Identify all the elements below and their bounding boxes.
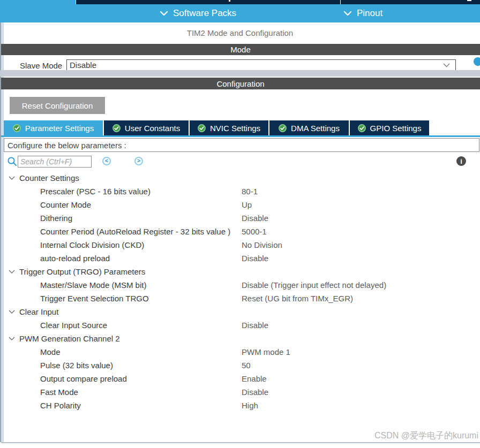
param-value[interactable]: 5000-1: [242, 227, 267, 236]
check-circle-icon: [112, 124, 121, 132]
pinout-menu[interactable]: Pinout: [343, 4, 382, 22]
tab-nvic-settings[interactable]: NVIC Settings: [190, 120, 268, 135]
tree-param-row[interactable]: Mode PWM mode 1: [0, 345, 480, 359]
tab-dma-settings[interactable]: DMA Settings: [269, 120, 349, 135]
param-value[interactable]: 50: [242, 361, 251, 370]
tree-param-row[interactable]: Output compare preload Enable: [0, 372, 480, 385]
param-label: Internal Clock Division (CKD): [40, 240, 144, 249]
chevron-down-icon: [9, 310, 15, 314]
param-value[interactable]: Disable: [242, 254, 268, 263]
param-value[interactable]: Up: [242, 200, 252, 209]
tab-user-constants[interactable]: User Constants: [104, 120, 189, 135]
next-match-button[interactable]: >: [134, 157, 143, 165]
tree-section-row[interactable]: Trigger Output (TRGO) Parameters: [0, 265, 480, 278]
configuration-section-header: Configuration: [1, 78, 480, 89]
param-label: Master/Slave Mode (MSM bit): [40, 280, 146, 290]
slave-mode-value: Disable: [70, 60, 96, 70]
param-label: Output compare preload: [40, 374, 127, 383]
tab-gpio-settings[interactable]: GPIO Settings: [350, 120, 429, 135]
previous-match-button[interactable]: <: [102, 157, 111, 165]
param-label: CH Polarity: [40, 401, 81, 410]
tab-label: Parameter Settings: [25, 124, 94, 133]
param-value[interactable]: PWM mode 1: [242, 347, 290, 356]
tree-param-row[interactable]: Fast Mode Disable: [0, 385, 480, 399]
tree-param-row[interactable]: CH Polarity High: [0, 399, 480, 412]
tree-section-row[interactable]: Clear Input: [0, 305, 480, 318]
tree-section-row[interactable]: PWM Generation Channel 2: [0, 332, 480, 345]
active-tab-underline: [1, 135, 480, 137]
chevron-down-icon: [9, 176, 15, 180]
tree-param-row[interactable]: Counter Mode Up: [0, 198, 480, 211]
tree-section-label: Trigger Output (TRGO) Parameters: [19, 267, 145, 276]
tree-param-row[interactable]: Prescaler (PSC - 16 bits value) 80-1: [0, 185, 480, 198]
horizontal-scrollbar-track[interactable]: [0, 70, 480, 77]
param-label: Clear Input Source: [40, 321, 107, 330]
panel-bottom-border: [1, 442, 480, 443]
tree-section-label: Counter Settings: [19, 173, 79, 183]
tree-param-row[interactable]: Clear Input Source Disable: [0, 318, 480, 332]
param-label: Dithering: [40, 214, 72, 223]
slave-mode-label: Slave Mode: [20, 61, 62, 70]
param-value[interactable]: Enable: [242, 374, 267, 383]
tree-param-row[interactable]: auto-reload preload Disable: [0, 252, 480, 265]
param-value[interactable]: Disable: [242, 321, 268, 330]
tab-label: NVIC Settings: [210, 124, 260, 133]
tab-parameter-settings[interactable]: Parameter Settings: [4, 120, 103, 135]
param-label: Fast Mode: [40, 388, 78, 397]
check-circle-icon: [13, 124, 21, 132]
tree-section-row[interactable]: Counter Settings: [0, 171, 480, 185]
tree-param-row[interactable]: Counter Period (AutoReload Register - 32…: [0, 225, 480, 238]
tree-param-row[interactable]: Dithering Disable: [0, 211, 480, 225]
param-label: Mode: [40, 347, 61, 356]
chevron-down-icon: [9, 337, 15, 341]
scroll-indicator-dot[interactable]: [474, 57, 480, 66]
reset-configuration-button[interactable]: Reset Configuration: [10, 97, 105, 114]
pinout-label: Pinout: [357, 8, 382, 19]
param-value[interactable]: 80-1: [242, 187, 258, 196]
search-input[interactable]: [18, 156, 92, 168]
tree-section-label: Clear Input: [19, 307, 58, 316]
tab-label: User Constants: [125, 124, 180, 133]
top-strip-glyph-fragment: [229, 0, 230, 2]
chevron-down-icon: [160, 11, 168, 16]
slave-mode-select[interactable]: Disable: [66, 59, 456, 71]
param-label: Counter Mode: [40, 200, 91, 209]
param-label: Trigger Event Selection TRGO: [40, 294, 149, 303]
param-label: Counter Period (AutoReload Register - 32…: [40, 227, 230, 236]
check-circle-icon: [198, 124, 206, 132]
param-label: auto-reload preload: [40, 254, 110, 263]
tab-label: DMA Settings: [291, 124, 340, 133]
param-label: Pulse (32 bits value): [40, 361, 113, 370]
software-packs-label: Software Packs: [173, 8, 236, 19]
top-strip-separator: [340, 0, 341, 4]
csdn-watermark: CSDN @爱学电子的kurumi: [374, 430, 478, 442]
tree-section-label: PWM Generation Channel 2: [19, 334, 120, 343]
param-label: Prescaler (PSC - 16 bits value): [40, 187, 151, 196]
configure-hint-box: Configure the below parameters :: [4, 138, 479, 152]
chevron-down-icon: [343, 11, 352, 16]
top-category-strip: [0, 0, 480, 4]
tree-param-row[interactable]: Trigger Event Selection TRGO Reset (UG b…: [0, 292, 480, 305]
check-circle-icon: [358, 124, 366, 132]
section-nav-bar: Software Packs Pinout: [0, 4, 480, 22]
chevron-down-icon: [443, 63, 450, 67]
param-value[interactable]: Disable (Trigger input effect not delaye…: [242, 280, 386, 290]
param-value[interactable]: High: [242, 401, 258, 410]
software-packs-menu[interactable]: Software Packs: [160, 4, 236, 22]
mode-section-header: Mode: [1, 44, 480, 55]
top-strip-glyph-fragment: [467, 0, 471, 1]
check-circle-icon: [279, 124, 287, 132]
tab-label: GPIO Settings: [370, 124, 422, 133]
tree-param-row[interactable]: Pulse (32 bits value) 50: [0, 359, 480, 372]
param-value[interactable]: Disable: [242, 388, 268, 397]
tree-param-row[interactable]: Internal Clock Division (CKD) No Divisio…: [0, 238, 480, 252]
chevron-down-icon: [9, 270, 15, 274]
search-icon: [7, 156, 17, 166]
tree-param-row[interactable]: Master/Slave Mode (MSM bit) Disable (Tri…: [0, 278, 480, 292]
param-value[interactable]: No Division: [242, 240, 282, 249]
info-icon[interactable]: i: [456, 156, 466, 166]
page-title: TIM2 Mode and Configuration: [0, 22, 480, 43]
param-value[interactable]: Reset (UG bit from TIMx_EGR): [242, 294, 353, 303]
param-value[interactable]: Disable: [242, 214, 268, 223]
top-active-category-segment[interactable]: [0, 0, 76, 4]
